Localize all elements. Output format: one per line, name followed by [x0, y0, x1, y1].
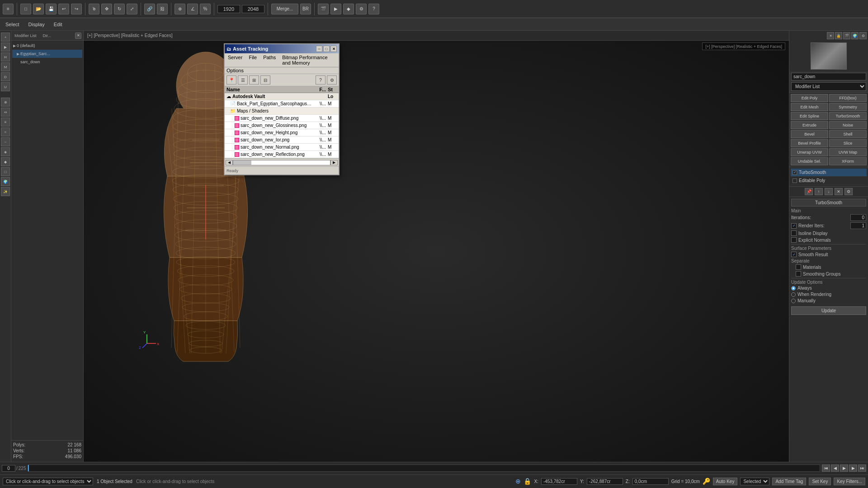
select-btn[interactable]: Select	[4, 21, 21, 28]
asset-maximize-btn[interactable]: □	[323, 46, 330, 52]
turbosmooth-checkbox[interactable]: ✓	[793, 170, 797, 175]
asset-row-diffuse[interactable]: sarc_down_new_Diffuse.png \\... M	[225, 115, 339, 122]
slice-btn[interactable]: Slice	[829, 139, 867, 147]
asset-menu-file[interactable]: File	[247, 54, 258, 66]
turbosmooth-btn[interactable]: TurboSmooth	[829, 112, 867, 120]
create-icon[interactable]: +	[1, 33, 10, 42]
br-btn[interactable]: BR	[300, 4, 311, 14]
asset-row-vault[interactable]: ☁ Autodesk Vault Lo	[225, 93, 339, 100]
help-icon[interactable]: ?	[368, 4, 379, 14]
asset-scroll-left[interactable]: ◀	[226, 160, 233, 165]
utility-icon[interactable]: U	[1, 82, 10, 91]
asset-minimize-btn[interactable]: ─	[316, 46, 322, 52]
asset-hscroll-track[interactable]	[233, 160, 330, 165]
delete-mod-btn[interactable]: ✕	[835, 188, 843, 195]
object-name-input[interactable]	[791, 73, 866, 80]
settings-icon[interactable]: ⚙	[356, 4, 367, 14]
redo-icon[interactable]: ↪	[71, 4, 82, 14]
hierarchy-icon[interactable]: H	[1, 52, 10, 61]
edit-mesh-btn[interactable]: Edit Mesh	[791, 103, 828, 111]
motion-icon[interactable]: M	[1, 62, 10, 71]
render-setup-icon[interactable]: 🎬	[318, 4, 329, 14]
link-icon[interactable]: 🔗	[144, 4, 155, 14]
asset-hscroll-thumb[interactable]	[233, 160, 251, 165]
xform-btn[interactable]: XForm	[829, 157, 867, 165]
material-editor-icon[interactable]: ◆	[1, 157, 10, 166]
ts-iterations-input[interactable]	[850, 214, 866, 221]
frame-current-input[interactable]	[2, 465, 15, 472]
asset-row-backpart[interactable]: 📄 Back_Part_Egyptian_Sarcophagus_vray...…	[225, 100, 339, 108]
uvw-map-btn[interactable]: UVW Map	[829, 148, 867, 156]
asset-menu-bitmap[interactable]: Bitmap Performance and Memory	[281, 54, 337, 66]
stack-editablepoly[interactable]: Editable Poly	[791, 177, 867, 185]
configure-btn[interactable]: ⚙	[844, 188, 853, 195]
env-icon[interactable]: 🌍	[851, 32, 859, 39]
undable-sel-btn[interactable]: Undable Sel.	[791, 157, 828, 165]
move-icon[interactable]: ✥	[101, 4, 112, 14]
play-btn[interactable]: ▶	[840, 465, 848, 472]
ts-whenrendering-radio[interactable]	[791, 292, 796, 297]
editablepoly-checkbox[interactable]	[793, 178, 797, 183]
settings-icon2[interactable]: ⚙	[859, 32, 867, 39]
asset-row-ior[interactable]: sarc_down_new_Ior.png \\... M	[225, 136, 339, 144]
modify-icon[interactable]: ▶	[1, 42, 10, 52]
lock-icon[interactable]: 🔒	[835, 32, 842, 39]
up-btn[interactable]: ↑	[815, 188, 823, 195]
noise-btn[interactable]: Noise	[829, 121, 867, 129]
render-icon[interactable]: ▶	[330, 4, 341, 14]
selected-select[interactable]: Selected	[740, 478, 769, 485]
ts-update-btn[interactable]: Update	[791, 306, 866, 315]
display-icon[interactable]: D	[1, 72, 10, 81]
goto-end-btn[interactable]: ⏭	[858, 465, 866, 472]
goto-start-btn[interactable]: ⏮	[822, 465, 830, 472]
edit-poly-btn[interactable]: Edit Poly	[791, 94, 828, 102]
ts-smoothgroups-checkbox[interactable]	[796, 271, 801, 277]
asset-tb-list[interactable]: ☰	[238, 75, 248, 84]
bevel-btn[interactable]: Bevel	[791, 130, 828, 138]
down-btn[interactable]: ↓	[825, 188, 833, 195]
layer-row[interactable]: ▶ 0 (default)	[12, 42, 82, 50]
autokey-btn[interactable]: Auto Key	[713, 478, 738, 485]
edit-spline-btn[interactable]: Edit Spline	[791, 112, 828, 120]
ts-explicit-checkbox[interactable]	[791, 237, 797, 243]
viewport-canvas[interactable]: X Y Z [+] [Perspective] [Realistic + Edg…	[84, 41, 789, 462]
scale-icon[interactable]: ⤢	[127, 4, 137, 14]
keyfilters-btn[interactable]: Key Filters...	[834, 478, 865, 485]
ts-isoline-checkbox[interactable]	[791, 230, 797, 236]
anglesnap-icon[interactable]: ∠	[187, 4, 198, 14]
ts-smooth-result-checkbox[interactable]: ✓	[791, 252, 797, 257]
percentsnap-icon[interactable]: %	[200, 4, 211, 14]
asset-tb-settings[interactable]: ⚙	[327, 75, 337, 84]
asset-menu-paths[interactable]: Paths	[262, 54, 277, 66]
new-icon[interactable]: □	[20, 4, 31, 14]
asset-tb-thumbs[interactable]: ⊟	[260, 75, 270, 84]
schematic-icon[interactable]: ◈	[1, 147, 10, 156]
bevel-profile-btn[interactable]: Bevel Profile	[791, 139, 828, 147]
snap-icon[interactable]: ⊕	[1, 98, 10, 107]
layer-icon[interactable]: ≈	[1, 127, 10, 136]
asset-row-normal[interactable]: sarc_down_new_Normal.png \\... M	[225, 144, 339, 151]
asset-close-btn[interactable]: ✕	[330, 46, 337, 52]
asset-tb-detail[interactable]: ⊞	[249, 75, 259, 84]
asset-scrollbar[interactable]: ◀ ▶	[225, 158, 339, 166]
child-row[interactable]: sarc_down	[12, 58, 82, 66]
asset-tb-track[interactable]: 📍	[226, 75, 236, 84]
ts-always-radio[interactable]	[791, 286, 796, 291]
effects-icon[interactable]: ✨	[1, 187, 10, 196]
asset-scroll-right[interactable]: ▶	[330, 160, 338, 165]
ts-materials-checkbox[interactable]	[796, 264, 801, 270]
asset-menu-server[interactable]: Server	[226, 54, 244, 66]
prev-frame-btn[interactable]: ◀	[831, 465, 839, 472]
merge-btn[interactable]: Merge...	[271, 4, 298, 14]
unwrap-uvw-btn[interactable]: Unwrap UVW	[791, 148, 828, 156]
sun-icon[interactable]: ☀	[827, 32, 834, 39]
asset-row-glossiness[interactable]: sarc_down_new_Glossiness.png \\... M	[225, 122, 339, 129]
render-frame-icon[interactable]: □	[1, 167, 10, 176]
ts-renderiters-input[interactable]	[850, 222, 866, 229]
add-time-tag-btn[interactable]: Add Time Tag	[772, 478, 806, 485]
asset-row-height[interactable]: sarc_down_new_Height.png \\... M	[225, 129, 339, 136]
environment-icon[interactable]: 🌍	[1, 177, 10, 186]
object-row[interactable]: ▶ Egyptian_Sarc...	[12, 50, 82, 58]
setkey-btn[interactable]: Set Key	[809, 478, 831, 485]
timeline-playhead[interactable]	[28, 465, 29, 471]
